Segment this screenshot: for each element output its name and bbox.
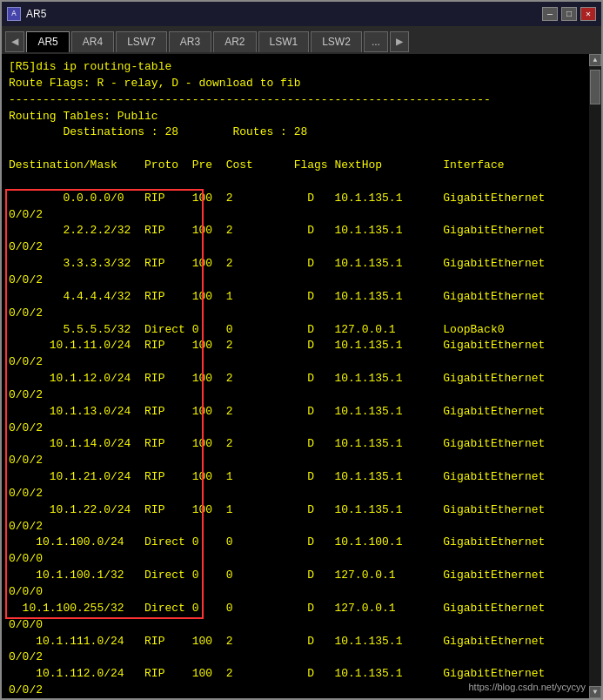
tab-lsw2[interactable]: LSW2 (311, 31, 362, 52)
tab-lsw7[interactable]: LSW7 (116, 31, 167, 52)
title-controls: — □ ✕ (542, 7, 596, 21)
scroll-track[interactable] (589, 66, 601, 686)
minimize-button[interactable]: — (542, 7, 558, 21)
tab-more[interactable]: ... (364, 31, 388, 52)
terminal-area[interactable]: [R5]dis ip routing-table Route Flags: R … (2, 54, 601, 698)
tab-prev-arrow[interactable]: ◀ (5, 31, 24, 52)
tab-ar3[interactable]: AR3 (169, 31, 211, 52)
tab-next-arrow[interactable]: ▶ (390, 31, 409, 52)
scroll-thumb[interactable] (590, 70, 600, 104)
tab-ar4[interactable]: AR4 (71, 31, 114, 52)
scroll-up-button[interactable]: ▲ (589, 54, 601, 66)
close-button[interactable]: ✕ (580, 7, 596, 21)
scrollbar[interactable]: ▲ ▼ (589, 54, 601, 698)
title-bar: A AR5 — □ ✕ (2, 2, 601, 26)
terminal-output: [R5]dis ip routing-table Route Flags: R … (9, 59, 594, 698)
tab-ar5[interactable]: AR5 (26, 31, 69, 52)
tab-bar: ◀ AR5 AR4 LSW7 AR3 AR2 LSW1 LSW2 ... ▶ (2, 26, 601, 54)
maximize-button[interactable]: □ (561, 7, 577, 21)
watermark-text: https://blog.csdn.net/ycycyy (468, 681, 586, 695)
tab-lsw1[interactable]: LSW1 (258, 31, 310, 52)
scroll-down-button[interactable]: ▼ (589, 686, 601, 698)
main-window: A AR5 — □ ✕ ◀ AR5 AR4 LSW7 AR3 AR2 LSW1 … (0, 0, 603, 700)
title-bar-left: A AR5 (7, 7, 46, 21)
app-icon: A (7, 7, 21, 21)
window-title: AR5 (26, 8, 46, 20)
tab-ar2[interactable]: AR2 (213, 31, 256, 52)
